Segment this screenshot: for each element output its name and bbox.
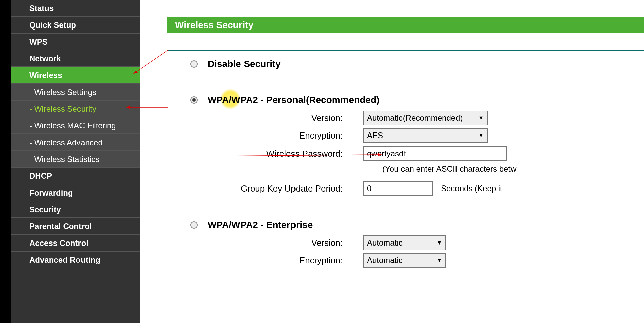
sidebar-item-network[interactable]: Network (11, 50, 140, 67)
label-wpa-enterprise: WPA/WPA2 - Enterprise (208, 220, 313, 230)
label-group-key: Group Key Update Period: (187, 183, 363, 194)
sidebar-item-advanced-routing[interactable]: Advanced Routing (11, 252, 140, 268)
sidebar-item-security[interactable]: Security (11, 201, 140, 218)
sidebar-sub-wireless-security[interactable]: - Wireless Security (11, 101, 140, 117)
label-ent-encryption: Encryption: (187, 255, 363, 266)
select-ent-encryption[interactable]: Automatic (363, 253, 446, 268)
label-version: Version: (187, 113, 363, 123)
label-ent-version: Version: (187, 238, 363, 248)
sidebar-item-dhcp[interactable]: DHCP (11, 168, 140, 184)
hint-group-key: Seconds (Keep it (441, 184, 502, 193)
sidebar-item-quick-setup[interactable]: Quick Setup (11, 17, 140, 34)
sidebar-item-parental-control[interactable]: Parental Control (11, 218, 140, 235)
sidebar-item-wireless[interactable]: Wireless (11, 67, 140, 84)
sidebar: Status Quick Setup WPS Network Wireless … (11, 0, 140, 323)
radio-wpa-enterprise[interactable] (190, 221, 198, 229)
sidebar-sub-wireless-mac-filtering[interactable]: - Wireless MAC Filtering (11, 117, 140, 134)
radio-row-wpa-personal[interactable]: WPA/WPA2 - Personal(Recommended) (190, 95, 379, 105)
radio-disable-security[interactable] (190, 60, 198, 68)
select-ent-version[interactable]: Automatic (363, 235, 446, 250)
radio-row-wpa-enterprise[interactable]: WPA/WPA2 - Enterprise (190, 220, 313, 230)
page-title: Wireless Security (167, 17, 644, 33)
sidebar-sub-wireless-advanced[interactable]: - Wireless Advanced (11, 134, 140, 151)
label-disable-security: Disable Security (208, 59, 281, 69)
main-content: Wireless Security Disable Security WPA/W… (140, 0, 644, 323)
label-wpa-personal: WPA/WPA2 - Personal(Recommended) (208, 95, 379, 105)
label-wireless-password: Wireless Password: (187, 149, 363, 159)
select-encryption[interactable]: AES (363, 128, 488, 143)
divider-line (167, 50, 644, 51)
input-wireless-password[interactable]: qwertyasdf (363, 146, 507, 161)
sidebar-sub-wireless-statistics[interactable]: - Wireless Statistics (11, 151, 140, 168)
sidebar-item-status[interactable]: Status (11, 0, 140, 17)
sidebar-item-forwarding[interactable]: Forwarding (11, 184, 140, 201)
sidebar-item-access-control[interactable]: Access Control (11, 235, 140, 252)
sidebar-sub-wireless-settings[interactable]: - Wireless Settings (11, 84, 140, 101)
radio-row-disable-security[interactable]: Disable Security (190, 59, 281, 69)
left-black-strip (0, 0, 11, 323)
select-version[interactable]: Automatic(Recommended) (363, 111, 488, 125)
hint-password: (You can enter ASCII characters betw (382, 164, 516, 174)
label-encryption: Encryption: (187, 130, 363, 141)
input-group-key[interactable]: 0 (363, 181, 433, 196)
radio-wpa-personal[interactable] (190, 96, 198, 104)
sidebar-item-wps[interactable]: WPS (11, 34, 140, 50)
